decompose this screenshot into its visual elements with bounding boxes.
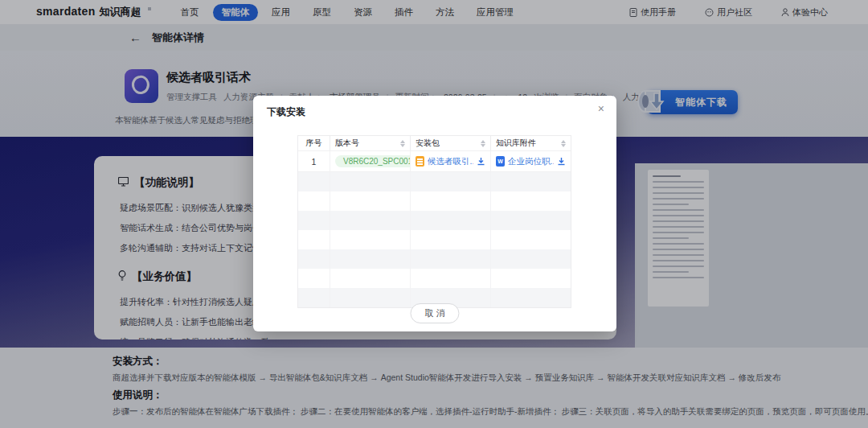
table-empty-row [298,211,571,230]
download-install-modal: 下载安装 × 序号 版本号 安装包 知识库附件 1 [253,96,616,331]
sort-icon[interactable] [561,140,566,147]
download-icon[interactable] [477,157,485,166]
row-version: V8R6C20_SPC001 [330,151,411,171]
empty-rows [298,172,571,307]
version-badge: V8R6C20_SPC001 [335,155,411,167]
row-index: 1 [298,151,330,171]
cancel-button[interactable]: 取 消 [410,303,459,323]
close-icon[interactable]: × [598,103,604,114]
col-header-attachment: 知识库附件 [491,136,571,150]
attachment-file-link[interactable]: 企业岗位职... [508,156,554,167]
versions-table: 序号 版本号 安装包 知识库附件 1 V8R6C20_SPC001 [297,135,571,308]
table-header-row: 序号 版本号 安装包 知识库附件 [298,136,571,150]
package-file-icon [416,156,424,167]
col-header-index: 序号 [298,136,330,150]
table-empty-row [298,249,571,269]
app-screen: smardaten 知识商超 首页 智能体 应用 原型 资源 插件 方法 应用管… [0,0,868,428]
table-empty-row [298,230,571,249]
package-file-link[interactable]: 候选者吸引... [428,156,473,167]
modal-title: 下载安装 [267,105,305,119]
col-header-package: 安装包 [411,136,491,150]
sort-icon[interactable] [400,140,405,147]
row-attachment: W 企业岗位职... [491,151,571,171]
word-doc-icon: W [496,156,505,167]
table-empty-row [298,172,571,191]
sort-icon[interactable] [481,140,485,147]
table-empty-row [298,191,571,211]
row-package: 候选者吸引... [411,151,491,171]
table-row: 1 V8R6C20_SPC001 候选者吸引... W 企业岗位职... [298,150,571,172]
table-empty-row [298,269,571,288]
col-header-version: 版本号 [330,136,411,150]
download-icon[interactable] [557,157,566,166]
